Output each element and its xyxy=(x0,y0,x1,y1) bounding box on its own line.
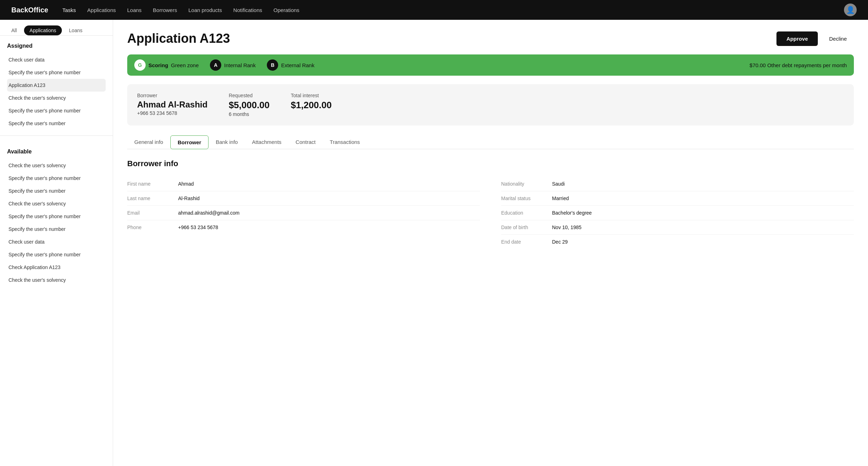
borrower-phone: +966 53 234 5678 xyxy=(137,110,207,116)
sidebar-item-check-user-data[interactable]: Check user data xyxy=(7,53,106,66)
scoring-item-green: G Scoring Green zone xyxy=(134,59,199,71)
sidebar-item-avail-7[interactable]: Check user data xyxy=(7,235,106,248)
debt-amount: $70.00 xyxy=(750,62,766,68)
decline-button[interactable]: Decline xyxy=(822,31,854,46)
external-rank-icon: B xyxy=(267,59,278,71)
scoring-banner: G Scoring Green zone A Internal Rank B E… xyxy=(127,54,854,76)
internal-rank-label: Internal Rank xyxy=(224,62,256,68)
available-title: Available xyxy=(7,148,106,155)
sidebar-item-avail-4[interactable]: Check the user's solvency xyxy=(7,197,106,210)
nationality-label: Nationality xyxy=(501,181,544,187)
debt-label: Other debt repayments per month xyxy=(767,62,847,68)
marital-label: Marital status xyxy=(501,196,544,201)
page-title: Application A123 xyxy=(127,31,230,46)
avatar[interactable]: 👤 xyxy=(844,4,857,16)
lastname-label: Last name xyxy=(127,196,170,201)
sidebar-item-specify-phone-2[interactable]: Specify the user's phone number xyxy=(7,104,106,117)
sidebar-item-avail-3[interactable]: Specify the user's number xyxy=(7,185,106,197)
sidebar-item-check-solvency-1[interactable]: Check the user's solvency xyxy=(7,92,106,104)
scoring-label: Scoring xyxy=(148,62,168,68)
tab-attachments[interactable]: Attachments xyxy=(245,135,288,149)
summary-requested: Requested $5,000.00 6 months xyxy=(229,93,270,117)
nav-borrowers[interactable]: Borrowers xyxy=(153,7,177,13)
sidebar-available-section: Available Check the user's solvency Spec… xyxy=(0,141,113,286)
phone-value: +966 53 234 5678 xyxy=(178,225,218,230)
dob-value: Nov 10, 1985 xyxy=(552,225,581,230)
approve-button[interactable]: Approve xyxy=(776,31,818,46)
email-value: ahmad.alrashid@gmail.com xyxy=(178,210,240,216)
sidebar-item-avail-6[interactable]: Specify the user's number xyxy=(7,223,106,235)
tab-contract[interactable]: Contract xyxy=(288,135,323,149)
info-row-email: Email ahmad.alrashid@gmail.com xyxy=(127,206,480,220)
info-row-lastname: Last name Al-Rashid xyxy=(127,191,480,206)
sidebar-item-specify-number-1[interactable]: Specify the user's number xyxy=(7,117,106,130)
tab-borrower[interactable]: Borrower xyxy=(170,135,209,149)
enddate-value: Dec 29 xyxy=(552,239,568,245)
sidebar-tab-applications[interactable]: Applications xyxy=(24,25,62,35)
sidebar-tabs: All Applications Loans xyxy=(0,20,113,36)
requested-amount: $5,000.00 xyxy=(229,100,270,111)
nav-loans[interactable]: Loans xyxy=(127,7,142,13)
info-row-dob: Date of birth Nov 10, 1985 xyxy=(501,220,854,235)
total-interest-amount: $1,200.00 xyxy=(291,100,332,111)
summary-total-interest: Total interest $1,200.00 xyxy=(291,93,332,117)
enddate-label: End date xyxy=(501,239,544,245)
nav-notifications[interactable]: Notifications xyxy=(233,7,262,13)
phone-label: Phone xyxy=(127,225,170,230)
requested-label: Requested xyxy=(229,93,270,98)
nav-applications[interactable]: Applications xyxy=(87,7,116,13)
info-row-firstname: First name Ahmad xyxy=(127,177,480,191)
sidebar-item-avail-1[interactable]: Check the user's solvency xyxy=(7,159,106,172)
info-row-enddate: End date Dec 29 xyxy=(501,235,854,249)
scoring-debt: $70.00 Other debt repayments per month xyxy=(750,62,847,68)
borrower-info-grid: First name Ahmad Last name Al-Rashid Ema… xyxy=(127,177,854,249)
nav-operations[interactable]: Operations xyxy=(274,7,299,13)
sidebar: All Applications Loans Assigned Check us… xyxy=(0,20,113,466)
total-interest-label: Total interest xyxy=(291,93,332,98)
nationality-value: Saudi xyxy=(552,181,565,187)
logo: BackOffice xyxy=(11,6,48,14)
borrower-label: Borrower xyxy=(137,93,207,98)
main-header: Application A123 Approve Decline xyxy=(127,31,854,46)
sidebar-item-avail-8[interactable]: Specify the user's phone number xyxy=(7,248,106,261)
sidebar-tab-all[interactable]: All xyxy=(6,25,23,35)
borrower-info-left: First name Ahmad Last name Al-Rashid Ema… xyxy=(127,177,480,249)
borrower-info-title: Borrower info xyxy=(127,159,854,168)
sidebar-item-avail-9[interactable]: Check Application A123 xyxy=(7,261,106,274)
assigned-title: Assigned xyxy=(7,43,106,49)
sidebar-item-avail-10[interactable]: Check the user's solvency xyxy=(7,274,106,286)
requested-duration: 6 months xyxy=(229,111,270,117)
scoring-item-external: B External Rank xyxy=(267,59,314,71)
tab-general-info[interactable]: General info xyxy=(127,135,170,149)
summary-borrower: Borrower Ahmad Al-Rashid +966 53 234 567… xyxy=(137,93,207,117)
education-label: Education xyxy=(501,210,544,216)
sidebar-item-application-a123[interactable]: Application A123 xyxy=(7,79,106,92)
main-content: Application A123 Approve Decline G Scori… xyxy=(113,20,868,466)
nav-loan-products[interactable]: Loan products xyxy=(188,7,222,13)
sidebar-item-specify-phone-1[interactable]: Specify the user's phone number xyxy=(7,66,106,79)
info-row-nationality: Nationality Saudi xyxy=(501,177,854,191)
sidebar-item-avail-5[interactable]: Specify the user's phone number xyxy=(7,210,106,223)
education-value: Bachelor's degree xyxy=(552,210,592,216)
tab-bank-info[interactable]: Bank info xyxy=(209,135,245,149)
header-actions: Approve Decline xyxy=(776,31,854,46)
content-tabs: General info Borrower Bank info Attachme… xyxy=(127,135,854,149)
summary-card: Borrower Ahmad Al-Rashid +966 53 234 567… xyxy=(127,84,854,126)
sidebar-divider xyxy=(0,135,113,136)
scoring-zone: Green zone xyxy=(171,62,199,68)
info-row-education: Education Bachelor's degree xyxy=(501,206,854,220)
scoring-g-icon: G xyxy=(134,59,146,71)
tab-transactions[interactable]: Transactions xyxy=(323,135,367,149)
internal-rank-icon: A xyxy=(210,59,221,71)
top-navigation: BackOffice Tasks Applications Loans Borr… xyxy=(0,0,868,20)
nav-links: Tasks Applications Loans Borrowers Loan … xyxy=(63,7,830,13)
sidebar-assigned-section: Assigned Check user data Specify the use… xyxy=(0,36,113,130)
sidebar-tab-loans[interactable]: Loans xyxy=(63,25,88,35)
borrower-info-right: Nationality Saudi Marital status Married… xyxy=(501,177,854,249)
borrower-name: Ahmad Al-Rashid xyxy=(137,100,207,110)
sidebar-item-avail-2[interactable]: Specify the user's phone number xyxy=(7,172,106,185)
borrower-info-section: Borrower info First name Ahmad Last name… xyxy=(127,159,854,249)
nav-tasks[interactable]: Tasks xyxy=(63,7,76,13)
info-row-phone: Phone +966 53 234 5678 xyxy=(127,220,480,234)
firstname-value: Ahmad xyxy=(178,181,194,187)
